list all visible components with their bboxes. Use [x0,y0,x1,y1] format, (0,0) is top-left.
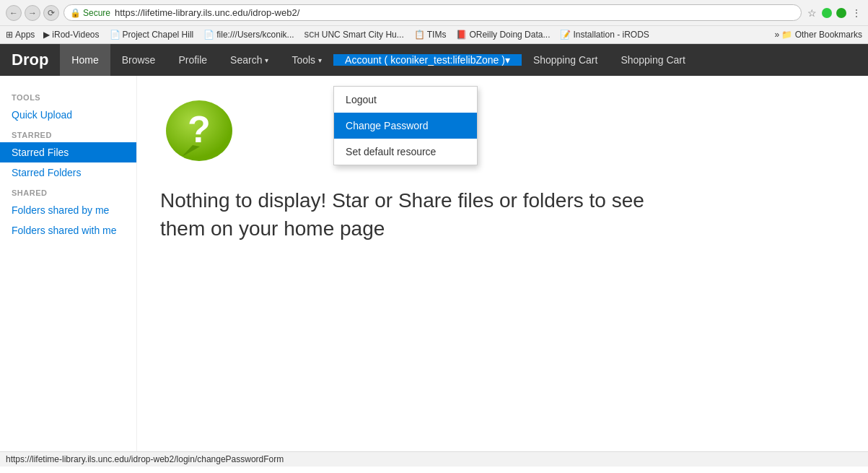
browser-top-bar: ← → ⟳ 🔒 Secure https://lifetime-library.… [0,0,868,25]
account-dropdown-container: Account ( kconiker_test:lifelibZone )▾ L… [333,54,522,66]
secure-text: Secure [83,8,110,18]
secure-badge: 🔒 Secure [70,8,110,18]
sidebar-starred-folders[interactable]: Starred Folders [0,162,136,183]
bookmark-irod-videos[interactable]: ▶ iRod-Videos [39,28,103,41]
menu-icon[interactable]: ⋮ [851,7,862,19]
bookmark-label: TIMs [427,30,447,40]
bookmark-project-chapel-hill[interactable]: 📄 Project Chapel Hill [105,28,198,41]
dropdown-logout[interactable]: Logout [334,87,477,113]
tools-label: Tools [291,54,315,66]
bookmark-unc-smart-city[interactable]: SCH UNC Smart City Hu... [300,28,408,41]
bookmark-label: Installation - iRODS [573,30,649,40]
apps-bookmark[interactable]: ⊞ Apps [6,30,35,40]
nav-buttons: ← → ⟳ [6,5,59,21]
nav-account[interactable]: Account ( kconiker_test:lifelibZone )▾ [333,54,522,66]
nav-shopping-cart[interactable]: Shopping Cart [522,44,610,76]
sidebar: TOOLS Quick Upload STARRED Starred Files… [0,76,137,451]
nav-browse[interactable]: Browse [110,44,167,76]
bookmark-file-path[interactable]: 📄 file:///Users/kconik... [199,28,298,41]
search-dropdown-arrow: ▾ [265,56,268,64]
nav-search[interactable]: Search ▾ [219,44,280,76]
user-indicator-green [822,8,832,18]
dropdown-set-default-resource[interactable]: Set default resource [334,139,477,165]
tools-dropdown-arrow: ▾ [318,56,322,64]
chat-bubble-container: ? [160,93,845,175]
nav-home[interactable]: Home [60,44,110,76]
apps-label: Apps [15,30,35,40]
empty-message: Nothing to display! Star or Share files … [160,186,665,243]
shared-section-label: SHARED [0,183,136,200]
video-icon: ▶ [43,30,50,40]
bookmark-installation-irods[interactable]: 📝 Installation - iRODS [556,28,653,41]
back-button[interactable]: ← [6,5,22,21]
apps-grid-icon: ⊞ [6,30,13,40]
account-label: Account ( kconiker_test:lifelibZone )▾ [345,54,510,66]
browser-actions: ☆ ⋮ [806,7,862,19]
bookmark-label: UNC Smart City Hu... [322,30,404,40]
nav-shopping-cart-label[interactable]: Shopping Cart [609,44,697,76]
book-icon: 📕 [456,30,467,40]
overflow-icon: » [775,30,780,40]
sidebar-quick-upload[interactable]: Quick Upload [0,105,136,125]
nav-menu: Home Browse Profile Search ▾ Tools ▾ Acc… [60,44,697,76]
bookmark-label: iRod-Videos [52,30,99,40]
nav-tools[interactable]: Tools ▾ [280,44,333,76]
dropdown-change-password[interactable]: Change Password [334,113,477,139]
page-icon: 📝 [560,30,571,40]
account-dropdown-menu: Logout Change Password Set default resou… [333,86,478,165]
content-area: ? Nothing to display! Star or Share file… [137,76,868,451]
sidebar-folders-shared-by-me[interactable]: Folders shared by me [0,200,136,220]
doc-icon-2: 📄 [203,30,214,40]
doc-icon: 📄 [110,30,120,40]
tools-section-label: TOOLS [0,87,136,105]
nav-profile[interactable]: Profile [167,44,219,76]
status-url: https://lifetime-library.ils.unc.edu/idr… [6,454,284,464]
other-bookmarks-label: 📁 Other Bookmarks [781,30,862,40]
bookmark-label: file:///Users/kconik... [216,30,294,40]
bookmark-tims[interactable]: 📋 TIMs [410,28,451,41]
forward-button[interactable]: → [25,5,40,21]
search-label: Search [230,54,262,66]
sidebar-starred-files[interactable]: Starred Files [0,142,136,162]
lock-icon: 🔒 [70,8,81,18]
starred-section-label: STARRED [0,125,136,142]
bookmarks-overflow[interactable]: » 📁 Other Bookmarks [775,30,862,40]
url-text: https://lifetime-library.ils.unc.edu/idr… [115,7,795,18]
sidebar-folders-shared-with-me[interactable]: Folders shared with me [0,220,136,240]
tims-icon: 📋 [414,30,425,40]
bookmark-star-icon[interactable]: ☆ [806,7,817,19]
bookmark-oreilly[interactable]: 📕 OReilly Doing Data... [452,28,554,41]
chat-bubble-icon: ? [160,93,240,173]
bookmark-label: OReilly Doing Data... [469,30,550,40]
refresh-button[interactable]: ⟳ [43,5,59,21]
app-logo[interactable]: Drop [0,51,60,69]
indicator-2 [836,8,846,18]
browser-chrome: ← → ⟳ 🔒 Secure https://lifetime-library.… [0,0,868,44]
sch-icon: SCH [304,31,320,39]
address-bar[interactable]: 🔒 Secure https://lifetime-library.ils.un… [63,4,802,21]
svg-text:?: ? [188,108,211,150]
bookmarks-bar: ⊞ Apps ▶ iRod-Videos 📄 Project Chapel Hi… [0,25,868,43]
app-nav: Drop Home Browse Profile Search ▾ Tools … [0,44,868,76]
bookmark-label: Project Chapel Hill [123,30,194,40]
status-bar: https://lifetime-library.ils.unc.edu/idr… [0,451,868,467]
